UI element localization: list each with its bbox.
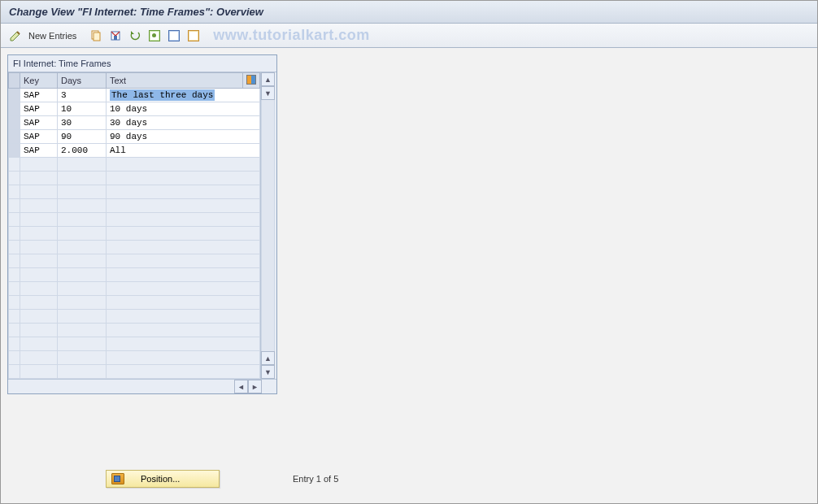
table-row[interactable]: [9, 199, 260, 213]
table-row[interactable]: [9, 337, 260, 351]
cell-days[interactable]: 90: [58, 130, 107, 144]
row-selector[interactable]: [9, 268, 20, 282]
empty-cell[interactable]: [20, 199, 58, 213]
row-selector[interactable]: [9, 116, 20, 130]
deselect-all-icon[interactable]: [185, 28, 202, 44]
empty-cell[interactable]: [107, 213, 260, 227]
table-row[interactable]: [9, 310, 260, 324]
table-row[interactable]: [9, 241, 260, 254]
row-selector[interactable]: [9, 130, 20, 144]
row-selector[interactable]: [9, 282, 20, 296]
table-row[interactable]: [9, 268, 260, 282]
empty-cell[interactable]: [20, 268, 58, 282]
empty-cell[interactable]: [58, 158, 107, 172]
empty-cell[interactable]: [20, 172, 58, 185]
select-all-icon[interactable]: [146, 28, 163, 44]
row-selector[interactable]: [9, 337, 20, 351]
cell-text[interactable]: 10 days: [107, 102, 260, 116]
table-row[interactable]: SAP3030 days: [9, 116, 260, 130]
undo-change-icon[interactable]: [127, 28, 143, 44]
cell-text[interactable]: 30 days: [107, 116, 260, 130]
row-selector[interactable]: [9, 158, 20, 172]
empty-cell[interactable]: [20, 185, 58, 199]
row-selector[interactable]: [9, 172, 20, 185]
table-row[interactable]: SAP9090 days: [9, 130, 260, 144]
vertical-scrollbar[interactable]: ▲ ▼ ▲ ▼: [260, 72, 275, 379]
table-row[interactable]: [9, 365, 260, 379]
scroll-up-bottom-button[interactable]: ▲: [261, 351, 275, 365]
empty-cell[interactable]: [107, 310, 260, 324]
empty-cell[interactable]: [58, 199, 107, 213]
empty-cell[interactable]: [20, 282, 58, 296]
scroll-left-button[interactable]: ◄: [234, 380, 248, 393]
table-row[interactable]: [9, 213, 260, 227]
empty-cell[interactable]: [107, 185, 260, 199]
row-selector[interactable]: [9, 213, 20, 227]
empty-cell[interactable]: [58, 213, 107, 227]
empty-cell[interactable]: [107, 199, 260, 213]
row-selector[interactable]: [9, 296, 20, 310]
empty-cell[interactable]: [107, 324, 260, 337]
cell-text[interactable]: 90 days: [107, 130, 260, 144]
delete-icon[interactable]: [107, 28, 124, 44]
empty-cell[interactable]: [20, 241, 58, 254]
scroll-right-button[interactable]: ►: [248, 380, 262, 393]
empty-cell[interactable]: [107, 227, 260, 241]
table-row[interactable]: [9, 158, 260, 172]
empty-cell[interactable]: [58, 185, 107, 199]
cell-text[interactable]: The last three days: [107, 89, 260, 102]
horizontal-scrollbar[interactable]: ◄ ►: [8, 379, 276, 393]
cell-text[interactable]: All: [107, 144, 260, 158]
empty-cell[interactable]: [20, 254, 58, 268]
empty-cell[interactable]: [107, 351, 260, 365]
table-row[interactable]: [9, 324, 260, 337]
empty-cell[interactable]: [58, 324, 107, 337]
row-selector-header[interactable]: [9, 73, 20, 89]
table-row[interactable]: SAP2.000All: [9, 144, 260, 158]
empty-cell[interactable]: [107, 172, 260, 185]
table-row[interactable]: [9, 172, 260, 185]
empty-cell[interactable]: [107, 268, 260, 282]
empty-cell[interactable]: [20, 365, 58, 379]
empty-cell[interactable]: [107, 254, 260, 268]
row-selector[interactable]: [9, 199, 20, 213]
empty-cell[interactable]: [107, 241, 260, 254]
row-selector[interactable]: [9, 310, 20, 324]
table-row[interactable]: SAP3The last three days: [9, 89, 260, 102]
empty-cell[interactable]: [107, 296, 260, 310]
position-button[interactable]: Position...: [106, 470, 220, 488]
table-row[interactable]: [9, 282, 260, 296]
cell-key[interactable]: SAP: [20, 130, 58, 144]
col-header-days[interactable]: Days: [58, 73, 107, 89]
empty-cell[interactable]: [58, 337, 107, 351]
col-header-text[interactable]: Text: [107, 73, 243, 89]
row-selector[interactable]: [9, 365, 20, 379]
empty-cell[interactable]: [107, 158, 260, 172]
empty-cell[interactable]: [58, 365, 107, 379]
table-row[interactable]: [9, 296, 260, 310]
row-selector[interactable]: [9, 241, 20, 254]
cell-days[interactable]: 10: [58, 102, 107, 116]
row-selector[interactable]: [9, 144, 20, 158]
empty-cell[interactable]: [20, 158, 58, 172]
table-settings-icon[interactable]: [243, 73, 260, 89]
empty-cell[interactable]: [20, 351, 58, 365]
cell-key[interactable]: SAP: [20, 102, 58, 116]
row-selector[interactable]: [9, 227, 20, 241]
empty-cell[interactable]: [107, 282, 260, 296]
cell-key[interactable]: SAP: [20, 116, 58, 130]
empty-cell[interactable]: [58, 351, 107, 365]
empty-cell[interactable]: [58, 296, 107, 310]
copy-as-icon[interactable]: [88, 28, 104, 44]
table-row[interactable]: [9, 227, 260, 241]
empty-cell[interactable]: [58, 254, 107, 268]
row-selector[interactable]: [9, 351, 20, 365]
empty-cell[interactable]: [58, 241, 107, 254]
toggle-display-change-icon[interactable]: [7, 28, 24, 44]
row-selector[interactable]: [9, 324, 20, 337]
cell-key[interactable]: SAP: [20, 89, 58, 102]
cell-days[interactable]: 30: [58, 116, 107, 130]
empty-cell[interactable]: [20, 213, 58, 227]
empty-cell[interactable]: [20, 324, 58, 337]
row-selector[interactable]: [9, 185, 20, 199]
